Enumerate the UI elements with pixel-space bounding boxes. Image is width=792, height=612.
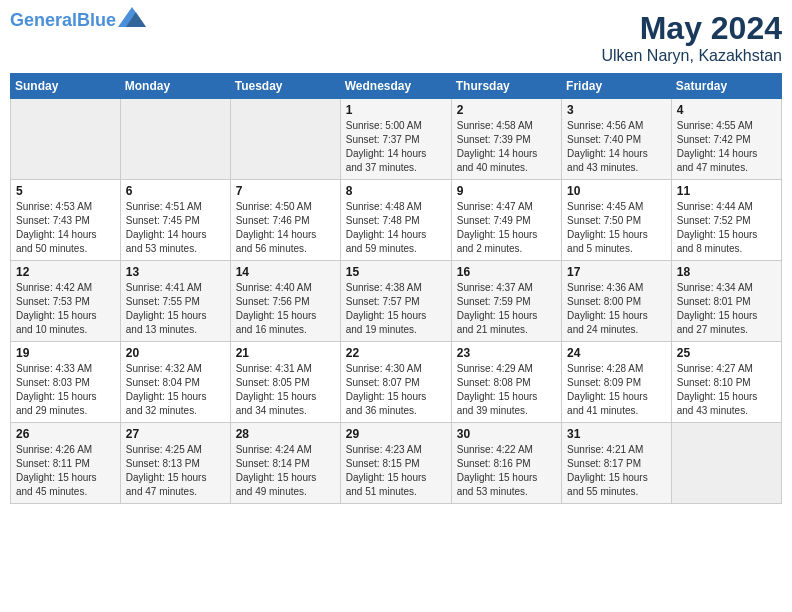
day-info: Sunrise: 4:58 AMSunset: 7:39 PMDaylight:… [457, 119, 556, 175]
title-block: May 2024 Ulken Naryn, Kazakhstan [601, 10, 782, 65]
weekday-header-cell: Friday [562, 74, 672, 99]
calendar-day-cell [11, 99, 121, 180]
calendar-day-cell: 3Sunrise: 4:56 AMSunset: 7:40 PMDaylight… [562, 99, 672, 180]
calendar-day-cell: 4Sunrise: 4:55 AMSunset: 7:42 PMDaylight… [671, 99, 781, 180]
calendar-day-cell: 1Sunrise: 5:00 AMSunset: 7:37 PMDaylight… [340, 99, 451, 180]
day-info: Sunrise: 4:22 AMSunset: 8:16 PMDaylight:… [457, 443, 556, 499]
calendar-week-row: 1Sunrise: 5:00 AMSunset: 7:37 PMDaylight… [11, 99, 782, 180]
day-info: Sunrise: 4:36 AMSunset: 8:00 PMDaylight:… [567, 281, 666, 337]
day-number: 12 [16, 265, 115, 279]
logo-text: GeneralBlue [10, 10, 116, 31]
calendar-day-cell: 27Sunrise: 4:25 AMSunset: 8:13 PMDayligh… [120, 423, 230, 504]
calendar-day-cell: 25Sunrise: 4:27 AMSunset: 8:10 PMDayligh… [671, 342, 781, 423]
day-number: 17 [567, 265, 666, 279]
day-info: Sunrise: 5:00 AMSunset: 7:37 PMDaylight:… [346, 119, 446, 175]
location-subtitle: Ulken Naryn, Kazakhstan [601, 47, 782, 65]
calendar-day-cell [230, 99, 340, 180]
day-info: Sunrise: 4:23 AMSunset: 8:15 PMDaylight:… [346, 443, 446, 499]
calendar-week-row: 5Sunrise: 4:53 AMSunset: 7:43 PMDaylight… [11, 180, 782, 261]
day-number: 8 [346, 184, 446, 198]
day-number: 24 [567, 346, 666, 360]
day-info: Sunrise: 4:29 AMSunset: 8:08 PMDaylight:… [457, 362, 556, 418]
day-info: Sunrise: 4:55 AMSunset: 7:42 PMDaylight:… [677, 119, 776, 175]
day-number: 13 [126, 265, 225, 279]
calendar-day-cell [671, 423, 781, 504]
calendar-day-cell: 12Sunrise: 4:42 AMSunset: 7:53 PMDayligh… [11, 261, 121, 342]
calendar-day-cell: 6Sunrise: 4:51 AMSunset: 7:45 PMDaylight… [120, 180, 230, 261]
day-info: Sunrise: 4:47 AMSunset: 7:49 PMDaylight:… [457, 200, 556, 256]
day-info: Sunrise: 4:37 AMSunset: 7:59 PMDaylight:… [457, 281, 556, 337]
calendar-day-cell: 8Sunrise: 4:48 AMSunset: 7:48 PMDaylight… [340, 180, 451, 261]
weekday-header-cell: Monday [120, 74, 230, 99]
day-info: Sunrise: 4:48 AMSunset: 7:48 PMDaylight:… [346, 200, 446, 256]
day-number: 3 [567, 103, 666, 117]
calendar-day-cell: 24Sunrise: 4:28 AMSunset: 8:09 PMDayligh… [562, 342, 672, 423]
day-info: Sunrise: 4:26 AMSunset: 8:11 PMDaylight:… [16, 443, 115, 499]
day-info: Sunrise: 4:40 AMSunset: 7:56 PMDaylight:… [236, 281, 335, 337]
day-number: 14 [236, 265, 335, 279]
day-number: 20 [126, 346, 225, 360]
calendar-day-cell: 11Sunrise: 4:44 AMSunset: 7:52 PMDayligh… [671, 180, 781, 261]
day-number: 26 [16, 427, 115, 441]
calendar-table: SundayMondayTuesdayWednesdayThursdayFrid… [10, 73, 782, 504]
logo: GeneralBlue [10, 10, 146, 31]
weekday-header-cell: Sunday [11, 74, 121, 99]
day-info: Sunrise: 4:27 AMSunset: 8:10 PMDaylight:… [677, 362, 776, 418]
calendar-day-cell: 5Sunrise: 4:53 AMSunset: 7:43 PMDaylight… [11, 180, 121, 261]
calendar-week-row: 19Sunrise: 4:33 AMSunset: 8:03 PMDayligh… [11, 342, 782, 423]
calendar-day-cell: 18Sunrise: 4:34 AMSunset: 8:01 PMDayligh… [671, 261, 781, 342]
day-number: 2 [457, 103, 556, 117]
calendar-week-row: 12Sunrise: 4:42 AMSunset: 7:53 PMDayligh… [11, 261, 782, 342]
calendar-day-cell: 20Sunrise: 4:32 AMSunset: 8:04 PMDayligh… [120, 342, 230, 423]
logo-icon [118, 7, 146, 27]
day-info: Sunrise: 4:38 AMSunset: 7:57 PMDaylight:… [346, 281, 446, 337]
day-info: Sunrise: 4:51 AMSunset: 7:45 PMDaylight:… [126, 200, 225, 256]
day-info: Sunrise: 4:28 AMSunset: 8:09 PMDaylight:… [567, 362, 666, 418]
day-number: 28 [236, 427, 335, 441]
weekday-header-cell: Saturday [671, 74, 781, 99]
day-number: 27 [126, 427, 225, 441]
day-number: 15 [346, 265, 446, 279]
calendar-day-cell: 22Sunrise: 4:30 AMSunset: 8:07 PMDayligh… [340, 342, 451, 423]
day-number: 30 [457, 427, 556, 441]
calendar-day-cell: 13Sunrise: 4:41 AMSunset: 7:55 PMDayligh… [120, 261, 230, 342]
day-info: Sunrise: 4:32 AMSunset: 8:04 PMDaylight:… [126, 362, 225, 418]
day-number: 9 [457, 184, 556, 198]
calendar-day-cell: 9Sunrise: 4:47 AMSunset: 7:49 PMDaylight… [451, 180, 561, 261]
day-info: Sunrise: 4:41 AMSunset: 7:55 PMDaylight:… [126, 281, 225, 337]
calendar-day-cell: 15Sunrise: 4:38 AMSunset: 7:57 PMDayligh… [340, 261, 451, 342]
day-number: 25 [677, 346, 776, 360]
day-number: 19 [16, 346, 115, 360]
calendar-day-cell: 16Sunrise: 4:37 AMSunset: 7:59 PMDayligh… [451, 261, 561, 342]
day-number: 18 [677, 265, 776, 279]
calendar-day-cell: 10Sunrise: 4:45 AMSunset: 7:50 PMDayligh… [562, 180, 672, 261]
calendar-day-cell: 31Sunrise: 4:21 AMSunset: 8:17 PMDayligh… [562, 423, 672, 504]
day-info: Sunrise: 4:53 AMSunset: 7:43 PMDaylight:… [16, 200, 115, 256]
day-number: 16 [457, 265, 556, 279]
day-number: 21 [236, 346, 335, 360]
day-number: 4 [677, 103, 776, 117]
day-info: Sunrise: 4:44 AMSunset: 7:52 PMDaylight:… [677, 200, 776, 256]
weekday-header-cell: Tuesday [230, 74, 340, 99]
day-info: Sunrise: 4:25 AMSunset: 8:13 PMDaylight:… [126, 443, 225, 499]
calendar-day-cell: 2Sunrise: 4:58 AMSunset: 7:39 PMDaylight… [451, 99, 561, 180]
calendar-day-cell: 7Sunrise: 4:50 AMSunset: 7:46 PMDaylight… [230, 180, 340, 261]
day-info: Sunrise: 4:50 AMSunset: 7:46 PMDaylight:… [236, 200, 335, 256]
day-number: 7 [236, 184, 335, 198]
calendar-week-row: 26Sunrise: 4:26 AMSunset: 8:11 PMDayligh… [11, 423, 782, 504]
calendar-day-cell: 29Sunrise: 4:23 AMSunset: 8:15 PMDayligh… [340, 423, 451, 504]
month-year-title: May 2024 [601, 10, 782, 47]
day-number: 6 [126, 184, 225, 198]
day-info: Sunrise: 4:31 AMSunset: 8:05 PMDaylight:… [236, 362, 335, 418]
day-info: Sunrise: 4:30 AMSunset: 8:07 PMDaylight:… [346, 362, 446, 418]
weekday-header-cell: Thursday [451, 74, 561, 99]
calendar-day-cell: 14Sunrise: 4:40 AMSunset: 7:56 PMDayligh… [230, 261, 340, 342]
day-info: Sunrise: 4:56 AMSunset: 7:40 PMDaylight:… [567, 119, 666, 175]
day-number: 22 [346, 346, 446, 360]
day-number: 31 [567, 427, 666, 441]
day-info: Sunrise: 4:33 AMSunset: 8:03 PMDaylight:… [16, 362, 115, 418]
page-header: GeneralBlue May 2024 Ulken Naryn, Kazakh… [10, 10, 782, 65]
day-info: Sunrise: 4:45 AMSunset: 7:50 PMDaylight:… [567, 200, 666, 256]
calendar-day-cell: 21Sunrise: 4:31 AMSunset: 8:05 PMDayligh… [230, 342, 340, 423]
day-info: Sunrise: 4:21 AMSunset: 8:17 PMDaylight:… [567, 443, 666, 499]
